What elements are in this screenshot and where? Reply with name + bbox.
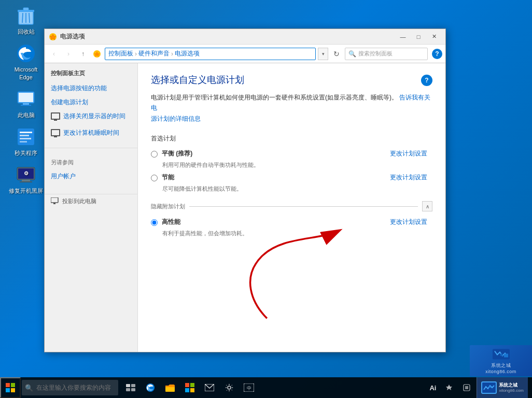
branding-text: 系统之城 xitong86.com [499,382,524,393]
minimize-button[interactable]: — [396,32,410,42]
plan-power-saver-name: 节能 [162,173,174,182]
window-titlebar: 电源选项 — □ ✕ [45,29,445,45]
close-button[interactable]: ✕ [427,32,441,42]
watermark: 系统之城 xitong86.com [470,345,532,376]
main-help-button[interactable]: ? [421,75,432,86]
sidebar-item-user-accounts[interactable]: 用户帐户 [51,169,131,183]
recycle-bin-label: 回收站 [18,28,35,35]
plan-balanced-row: 平衡 (推荐) 更改计划设置 [151,149,432,160]
watermark-text-1: 系统之城 [491,362,511,369]
edge-image [16,43,36,64]
plan-power-saver-radio[interactable] [151,175,158,181]
collapse-button[interactable]: ∧ [422,201,432,211]
help-button[interactable]: ? [432,49,442,59]
desktop-icons: 回收站 MicrosoftEdge 此电脑 [8,5,44,195]
address-path[interactable]: 控制面板 › 硬件和声音 › 电源选项 [105,48,316,60]
settings-button[interactable] [220,378,239,397]
task-manager-image [16,126,36,147]
edge-icon[interactable]: MicrosoftEdge [8,43,44,81]
input-method-button[interactable]: 中 [240,378,258,397]
taskbar-search-input[interactable] [22,380,118,395]
file-explorer-button[interactable] [161,378,179,397]
svg-line-3 [22,13,23,23]
watermark-text-2: xitong86.com [485,369,516,374]
sidebar-item-create-plan[interactable]: 创建电源计划 [45,95,137,109]
task-manager-icon[interactable]: 秒关程序 [8,126,44,157]
svg-rect-13 [20,135,29,136]
window-controls: — □ ✕ [396,32,441,42]
svg-rect-38 [185,383,189,387]
plan-balanced-settings-link[interactable]: 更改计划设置 [390,149,427,158]
svg-rect-14 [20,138,31,139]
svg-rect-32 [126,384,130,387]
svg-rect-34 [126,388,130,391]
my-computer-icon[interactable]: 此电脑 [8,89,44,119]
window-body: 控制面板主页 选择电源按钮的功能 创建电源计划 选择关闭显示器的时间 更改计算机… [45,63,445,352]
plan-high-performance-desc: 有利于提高性能，但会增加功耗。 [162,230,432,237]
forward-button[interactable]: › [62,48,75,60]
recycle-bin-icon[interactable]: 回收站 [8,5,44,35]
taskbar-search-icon: 🔍 [25,384,33,392]
sidebar-projection[interactable]: 投影到此电脑 [45,194,137,209]
plan-balanced-name: 平衡 (推荐) [162,149,192,158]
svg-rect-11 [18,129,34,145]
projection-icon [51,197,59,206]
back-button[interactable]: ‹ [48,48,60,60]
tray-icon-2[interactable] [459,378,474,397]
plan-high-performance-settings-link[interactable]: 更改计划设置 [390,218,427,226]
plan-power-saver-settings-link[interactable]: 更改计划设置 [390,173,427,182]
up-button[interactable]: ↑ [77,48,89,60]
repair-boot-label: 修复开机黑屏 [9,187,43,194]
repair-boot-image: ⚙ [16,164,36,185]
plan-high-performance-item: 高性能 [151,218,180,226]
branding-content: 系统之城 xitong86.com [481,381,524,394]
search-box[interactable]: 🔍 搜索控制面板 [345,48,428,60]
svg-rect-47 [465,386,468,389]
watermark-logo [492,348,510,361]
svg-rect-27 [504,353,508,357]
edge-label: MicrosoftEdge [15,66,38,81]
taskbar: 🔍 [0,377,532,398]
svg-rect-41 [190,388,194,392]
main-title: 选择或自定义电源计划 [151,74,244,86]
edge-taskbar-button[interactable] [141,378,160,397]
svg-rect-12 [20,132,32,133]
breadcrumb-control-panel[interactable]: 控制面板 [108,49,133,58]
preferred-plans-label: 首选计划 [151,135,176,142]
breadcrumb-power[interactable]: 电源选项 [175,49,200,58]
repair-boot-icon[interactable]: ⚙ 修复开机黑屏 [8,164,44,194]
display-sleep-label: 选择关闭显示器的时间 [63,111,125,121]
task-manager-label: 秒关程序 [15,149,37,157]
svg-rect-10 [21,105,31,106]
plan-balanced-radio[interactable] [151,151,158,158]
search-icon: 🔍 [348,50,356,58]
sidebar-item-display-sleep[interactable]: 选择关闭显示器的时间 [45,109,137,123]
store-button[interactable] [180,378,199,397]
main-content: 选择或自定义电源计划 ? 电源计划是用于管理计算机如何使用电源的一套硬件和系统设… [138,63,445,352]
branding-logo [481,381,497,394]
projection-label: 投影到此电脑 [62,197,96,205]
also-see-title: 另请参阅 [51,159,131,166]
tray-icon-1[interactable] [441,378,457,397]
sidebar-item-power-btn[interactable]: 选择电源按钮的功能 [45,81,137,95]
plan-high-performance-name: 高性能 [162,218,180,226]
hidden-plans-section: 隐藏附加计划 ∧ [151,201,432,211]
main-help-icon: ? [425,77,428,84]
taskbar-ai-label[interactable]: Ai [426,384,439,392]
start-button[interactable] [0,377,21,398]
mail-button[interactable] [200,378,219,397]
power-options-window: 电源选项 — □ ✕ ‹ › ↑ 控制面板 › 硬件和声音 › [44,29,446,352]
sidebar: 控制面板主页 选择电源按钮的功能 创建电源计划 选择关闭显示器的时间 更改计算机… [45,63,138,352]
path-dropdown-button[interactable]: ▾ [318,48,328,60]
help-icon: ? [435,50,439,58]
breadcrumb-hardware[interactable]: 硬件和声音 [138,49,170,58]
refresh-button[interactable]: ↻ [330,48,343,60]
my-computer-image [16,89,36,109]
task-view-button[interactable] [121,378,140,397]
maximize-button[interactable]: □ [411,32,426,42]
sidebar-item-pc-sleep[interactable]: 更改计算机睡眠时间 [45,126,137,140]
plan-balanced: 平衡 (推荐) 更改计划设置 利用可用的硬件自动平衡功耗与性能。 [151,149,432,169]
recycle-bin-image [16,5,36,26]
plan-high-performance-radio[interactable] [151,219,158,226]
preferred-plans-header: 首选计划 [151,134,432,143]
